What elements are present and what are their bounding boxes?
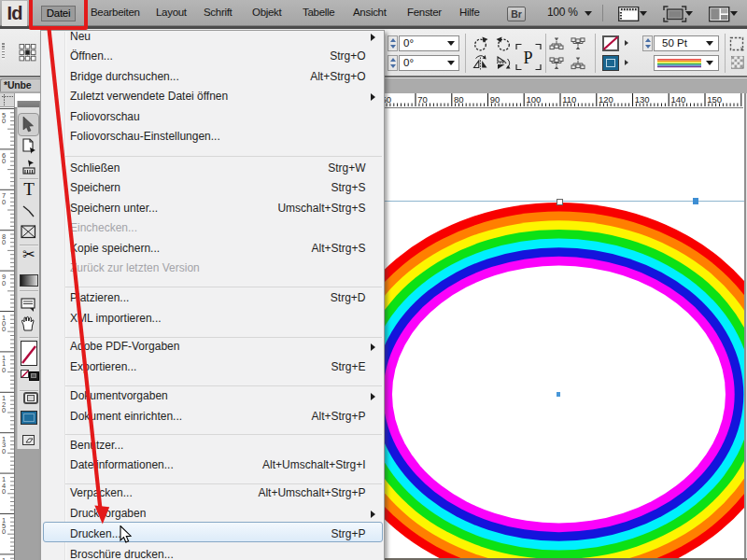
svg-text:0: 0 xyxy=(2,157,6,165)
svg-text:150: 150 xyxy=(707,94,722,105)
svg-text:140: 140 xyxy=(671,94,686,105)
svg-text:90: 90 xyxy=(490,94,500,105)
svg-text:0: 0 xyxy=(2,446,6,455)
svg-text:0: 0 xyxy=(2,278,6,287)
svg-text:110: 110 xyxy=(562,94,576,105)
svg-text:130: 130 xyxy=(635,94,650,105)
svg-text:1: 1 xyxy=(2,555,6,560)
svg-text:0: 0 xyxy=(2,527,6,536)
svg-text:0: 0 xyxy=(2,197,6,205)
svg-text:80: 80 xyxy=(454,94,464,105)
svg-text:P: P xyxy=(524,49,533,67)
svg-text:0: 0 xyxy=(2,325,6,333)
svg-text:100: 100 xyxy=(527,94,542,105)
svg-text:0: 0 xyxy=(2,406,6,414)
svg-text:0: 0 xyxy=(2,238,6,246)
svg-text:0: 0 xyxy=(2,365,6,373)
svg-text:0: 0 xyxy=(2,116,6,124)
svg-text:70: 70 xyxy=(417,94,428,105)
svg-text:120: 120 xyxy=(599,94,613,105)
svg-text:0: 0 xyxy=(2,486,6,495)
